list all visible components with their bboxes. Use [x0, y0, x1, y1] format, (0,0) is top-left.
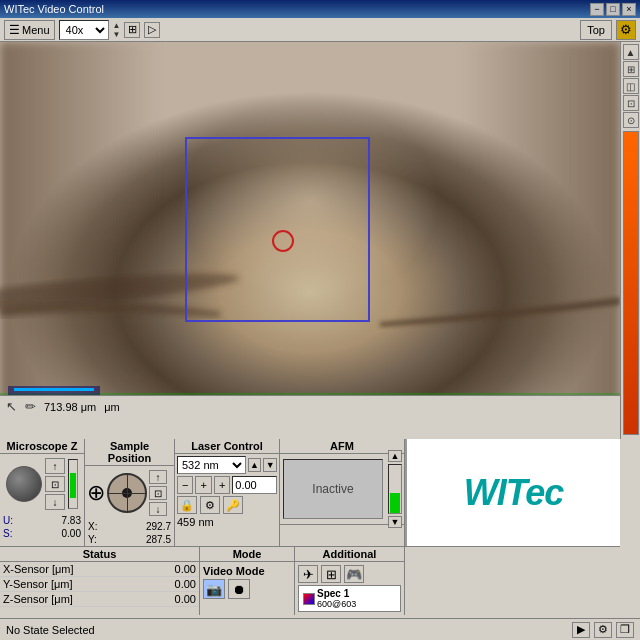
laser-btns-row: − + + 0.00	[177, 476, 277, 494]
laser-control-header: Laser Control	[175, 439, 279, 454]
sidebar-btn-1[interactable]: ▲	[623, 44, 639, 60]
witec-logo-area: WITec	[405, 439, 620, 546]
pencil-icon[interactable]: ✏	[25, 399, 36, 414]
video-mode-label-row: Video Mode	[203, 565, 291, 577]
z-u-value: 7.83	[62, 515, 81, 526]
z-controls: ↑ ⊡ ↓	[45, 458, 65, 510]
maximize-button[interactable]: □	[606, 3, 620, 16]
pos-up-btn[interactable]: ↑	[149, 470, 167, 484]
laser-icon1-btn[interactable]: 🔒	[177, 496, 197, 514]
laser-icons-row: 🔒 ⚙ 🔑	[177, 496, 277, 514]
additional-header: Additional	[295, 547, 404, 562]
laser-minus-btn[interactable]: −	[177, 476, 193, 494]
zoom-arrows[interactable]: ▲ ▼	[113, 21, 121, 39]
table-row: Y-Sensor [μm] 0.00	[0, 577, 199, 592]
cursor-icon[interactable]: ↖	[6, 399, 17, 414]
z-fit-btn[interactable]: ⊡	[45, 476, 65, 492]
z-readouts: U: 7.83	[0, 514, 84, 527]
afm-btn-up[interactable]: ▲	[388, 450, 402, 462]
additional-panel: Additional ✈ ⊞ 🎮 Spec 1 600@603	[295, 547, 405, 615]
z-up-btn[interactable]: ↑	[45, 458, 65, 474]
top-button[interactable]: Top	[580, 20, 612, 40]
status-panel: Status X-Sensor [μm] 0.00 Y-Sensor [μm] …	[0, 547, 200, 615]
sidebar-btn-4[interactable]: ⊡	[623, 95, 639, 111]
pos-down-btn[interactable]: ↓	[149, 502, 167, 516]
sidebar-btn-3[interactable]: ◫	[623, 78, 639, 94]
laser-down-btn[interactable]: ▼	[263, 458, 277, 472]
sample-position-panel: Sample Position ⊕ ↑ ⊡ ↓	[85, 439, 175, 546]
settings-icon[interactable]: ⚙	[616, 20, 636, 40]
laser-icon2-btn[interactable]: ⚙	[200, 496, 220, 514]
microscope-z-header: Microscope Z	[0, 439, 84, 454]
table-row: Z-Sensor [μm] 0.00	[0, 592, 199, 607]
pos-y-value: 287.5	[146, 534, 171, 545]
pos-home-btn[interactable]: ⊡	[149, 486, 167, 500]
minimize-button[interactable]: −	[590, 3, 604, 16]
z-u-label: U:	[3, 515, 13, 526]
panels-row-1: Microscope Z ↑ ⊡ ↓ U: 7.83	[0, 439, 620, 547]
app-window: WITec Video Control − □ × ☰ Menu 40x 10x…	[0, 0, 640, 640]
zoom-down-arrow[interactable]: ▼	[113, 30, 121, 39]
crosshair-v	[127, 475, 128, 511]
spec-value: 600@603	[317, 599, 356, 609]
laser-control-panel: Laser Control 532 nm 488 nm 633 nm ▲ ▼ −…	[175, 439, 280, 546]
add-icon3-btn[interactable]: 🎮	[344, 565, 364, 583]
table-row: X-Sensor [μm] 0.00	[0, 562, 199, 577]
add-icons-row: ✈ ⊞ 🎮	[298, 565, 401, 583]
witec-logo: WITec	[464, 472, 564, 514]
zoom-up-arrow[interactable]: ▲	[113, 21, 121, 30]
mode-video-btn[interactable]: 📷	[203, 579, 225, 599]
video-mode-label: Video Mode	[203, 565, 265, 577]
add-icon2-btn[interactable]: ⊞	[321, 565, 341, 583]
selection-rectangle	[185, 137, 370, 322]
scale-bar-line	[14, 388, 94, 391]
mode-panel: Mode Video Mode 📷 ⏺	[200, 547, 295, 615]
z-level-fill	[70, 473, 76, 498]
settings-button[interactable]: ⚙	[594, 622, 612, 638]
crosshair-circle	[272, 230, 294, 252]
pos-target-container: ⊕	[87, 480, 105, 506]
measure-bar: ↖ ✏ 713.98 μm μm	[0, 395, 620, 417]
panels-right-spacer	[405, 547, 620, 615]
spec-info: Spec 1 600@603	[317, 588, 356, 609]
add-icon1-btn[interactable]: ✈	[298, 565, 318, 583]
mode-record-btn[interactable]: ⏺	[228, 579, 250, 599]
toolbar-icon2[interactable]: ▷	[144, 22, 160, 38]
laser-plus2-btn[interactable]: +	[214, 476, 230, 494]
y-sensor-value: 0.00	[147, 577, 200, 592]
hamburger-icon: ☰	[9, 23, 20, 37]
afm-btn-down[interactable]: ▼	[388, 516, 402, 528]
laser-wavelength-select[interactable]: 532 nm 488 nm 633 nm	[177, 456, 246, 474]
microscope-z-content: ↑ ⊡ ↓	[0, 454, 84, 514]
window-title: WITec Video Control	[4, 3, 104, 15]
afm-panel: AFM Inactive ▲ ▼	[280, 439, 405, 546]
x-sensor-label: X-Sensor [μm]	[0, 562, 147, 577]
sidebar-btn-5[interactable]: ⊙	[623, 112, 639, 128]
microscope-z-panel: Microscope Z ↑ ⊡ ↓ U: 7.83	[0, 439, 85, 546]
toolbar-icon1[interactable]: ⊞	[124, 22, 140, 38]
z-s-readout: S: 0.00	[0, 527, 84, 540]
sidebar-btn-2[interactable]: ⊞	[623, 61, 639, 77]
zoom-select[interactable]: 40x 10x 20x 60x 100x	[59, 20, 109, 40]
laser-up-btn[interactable]: ▲	[248, 458, 262, 472]
laser-icon3-btn[interactable]: 🔑	[223, 496, 243, 514]
menu-button[interactable]: ☰ Menu	[4, 20, 55, 40]
target-icon[interactable]: ⊕	[87, 480, 105, 505]
z-down-btn[interactable]: ↓	[45, 494, 65, 510]
close-button[interactable]: ×	[622, 3, 636, 16]
pos-y-label: Y:	[88, 534, 97, 545]
play-button[interactable]: ▶	[572, 622, 590, 638]
afm-content: Inactive ▲ ▼	[280, 454, 404, 524]
additional-content: ✈ ⊞ 🎮 Spec 1 600@603	[295, 562, 404, 615]
pos-y-readout: Y: 287.5	[85, 533, 174, 546]
title-bar-buttons: − □ ×	[590, 3, 636, 16]
extra-button[interactable]: ❒	[616, 622, 634, 638]
right-sidebar: ▲ ⊞ ◫ ⊡ ⊙	[620, 42, 640, 439]
position-crosshair	[107, 473, 147, 513]
status-bar-text: No State Selected	[6, 624, 95, 636]
sample-position-content: ⊕ ↑ ⊡ ↓	[85, 466, 174, 520]
z-level-bar	[68, 459, 78, 509]
laser-plus-btn[interactable]: +	[195, 476, 211, 494]
spec-label: Spec 1	[317, 588, 356, 599]
pos-x-label: X:	[88, 521, 97, 532]
